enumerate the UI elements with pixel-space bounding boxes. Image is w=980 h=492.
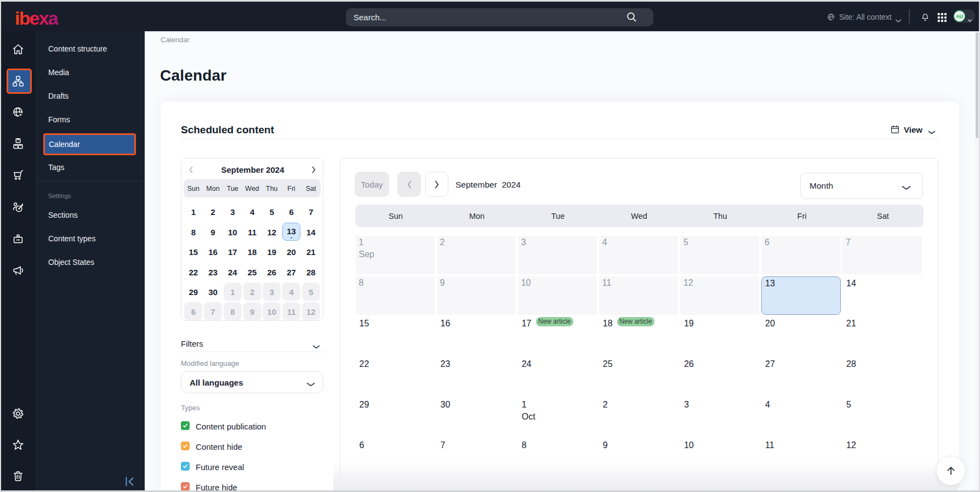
svg-text:ibexa: ibexa (15, 8, 59, 29)
